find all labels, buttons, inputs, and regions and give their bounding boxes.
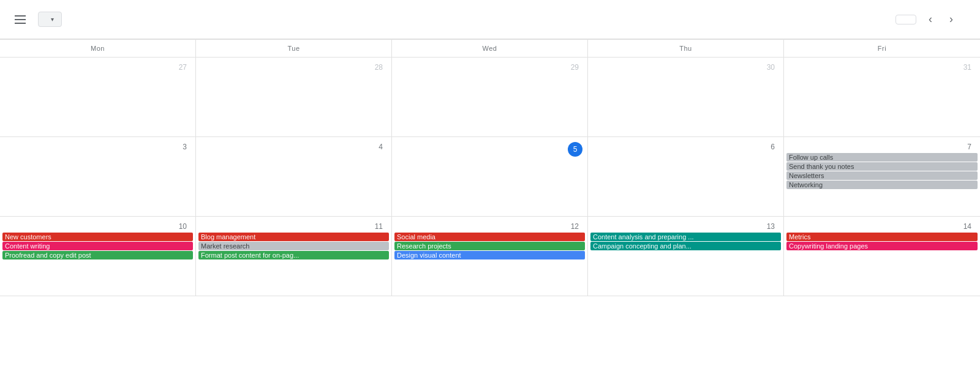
day-number: 10 <box>175 220 190 233</box>
calendar-event[interactable]: New customers <box>2 233 193 241</box>
day-headers-row: MonTueWedThuFri <box>0 40 980 58</box>
calendar-event[interactable]: Send thank you notes <box>786 162 978 171</box>
day-number-container: 3 <box>2 140 193 152</box>
day-cell[interactable]: 10New customersContent writingProofread … <box>0 217 196 296</box>
day-number-container: 12 <box>394 219 585 232</box>
day-cell[interactable]: 6 <box>588 137 784 216</box>
day-cell[interactable]: 29 <box>392 58 588 136</box>
calendar-row: 10New customersContent writingProofread … <box>0 217 980 296</box>
calendar-event[interactable]: Design visual content <box>394 251 585 259</box>
calendar-event[interactable]: Campaign concepting and plan... <box>590 242 781 250</box>
day-number: 3 <box>179 140 190 154</box>
day-cell[interactable]: 7Follow up callsSend thank you notesNews… <box>784 137 980 216</box>
day-number-container: 4 <box>198 140 389 152</box>
day-header-mon: Mon <box>0 40 196 57</box>
calendar-event[interactable]: Copywriting landing pages <box>786 242 978 250</box>
day-header-wed: Wed <box>392 40 588 57</box>
calendar-event[interactable]: Format post content for on-pag... <box>198 251 389 259</box>
view-selector-arrow: ▾ <box>51 16 54 23</box>
day-cell[interactable]: 11Blog managementMarket researchFormat p… <box>196 217 392 296</box>
day-number-container: 27 <box>2 60 193 73</box>
day-cell[interactable]: 27 <box>0 58 196 136</box>
day-number: 13 <box>763 220 778 233</box>
day-number: 14 <box>960 220 975 233</box>
day-header-thu: Thu <box>588 40 784 57</box>
calendar-event[interactable]: Newsletters <box>786 171 978 180</box>
calendar-event[interactable]: Follow up calls <box>786 153 978 162</box>
calendar-event[interactable]: Proofread and copy edit post <box>2 251 193 259</box>
day-number: 28 <box>371 61 386 74</box>
day-cell[interactable]: 28 <box>196 58 392 136</box>
day-number: 29 <box>567 61 582 74</box>
day-number: 27 <box>175 61 190 74</box>
day-header-tue: Tue <box>196 40 392 57</box>
calendar-event[interactable]: Research projects <box>394 242 585 250</box>
view-selector[interactable]: ▾ <box>38 12 62 27</box>
day-cell[interactable]: 31 <box>784 58 980 136</box>
day-number: 11 <box>371 220 386 233</box>
day-number: 31 <box>960 61 975 74</box>
day-number: 30 <box>763 61 778 74</box>
calendar-grid: MonTueWedThuFri 272829303134567Follow up… <box>0 39 980 296</box>
day-number-container: 11 <box>198 219 389 232</box>
calendar-event[interactable]: Content analysis and preparing ... <box>590 233 781 241</box>
next-button[interactable]: › <box>944 8 958 31</box>
day-number-container: 31 <box>786 60 978 73</box>
day-number-container: 7 <box>786 140 978 152</box>
day-cell[interactable]: 12Social mediaResearch projectsDesign vi… <box>392 217 588 296</box>
day-cell[interactable]: 3 <box>0 137 196 216</box>
day-cell[interactable]: 13Content analysis and preparing ...Camp… <box>588 217 784 296</box>
today-button[interactable] <box>895 15 916 24</box>
calendar-event[interactable]: Social media <box>394 233 585 241</box>
calendar-row: 2728293031 <box>0 58 980 137</box>
day-number: 7 <box>963 140 975 154</box>
day-number-container: 30 <box>590 60 781 73</box>
day-number: 6 <box>767 140 778 154</box>
calendar-event[interactable]: Networking <box>786 181 978 189</box>
day-header-fri: Fri <box>784 40 980 57</box>
day-cell[interactable]: 4 <box>196 137 392 216</box>
day-cell[interactable]: 30 <box>588 58 784 136</box>
day-cell[interactable]: 14MetricsCopywriting landing pages <box>784 217 980 296</box>
day-cell[interactable]: 5 <box>392 137 588 216</box>
day-number-container: 5 <box>394 140 585 143</box>
calendar-row: 34567Follow up callsSend thank you notes… <box>0 137 980 217</box>
calendar-event[interactable]: Content writing <box>2 242 193 250</box>
day-number-container: 14 <box>786 219 978 232</box>
calendar-header: ▾ ‹ › <box>0 0 980 39</box>
day-number: 12 <box>567 220 582 233</box>
calendar-event[interactable]: Blog management <box>198 233 389 241</box>
day-number: 4 <box>375 140 386 154</box>
calendar-event[interactable]: Metrics <box>786 233 978 241</box>
day-number-container: 10 <box>2 219 193 232</box>
day-number-container: 29 <box>394 60 585 73</box>
calendar-event[interactable]: Market research <box>198 242 389 250</box>
hamburger-menu[interactable] <box>10 10 31 29</box>
day-number-container: 13 <box>590 219 781 232</box>
calendar-rows: 272829303134567Follow up callsSend thank… <box>0 58 980 296</box>
day-number: 5 <box>568 142 582 157</box>
prev-button[interactable]: ‹ <box>924 8 937 31</box>
day-number-container: 28 <box>198 60 389 73</box>
day-number-container: 6 <box>590 140 781 152</box>
